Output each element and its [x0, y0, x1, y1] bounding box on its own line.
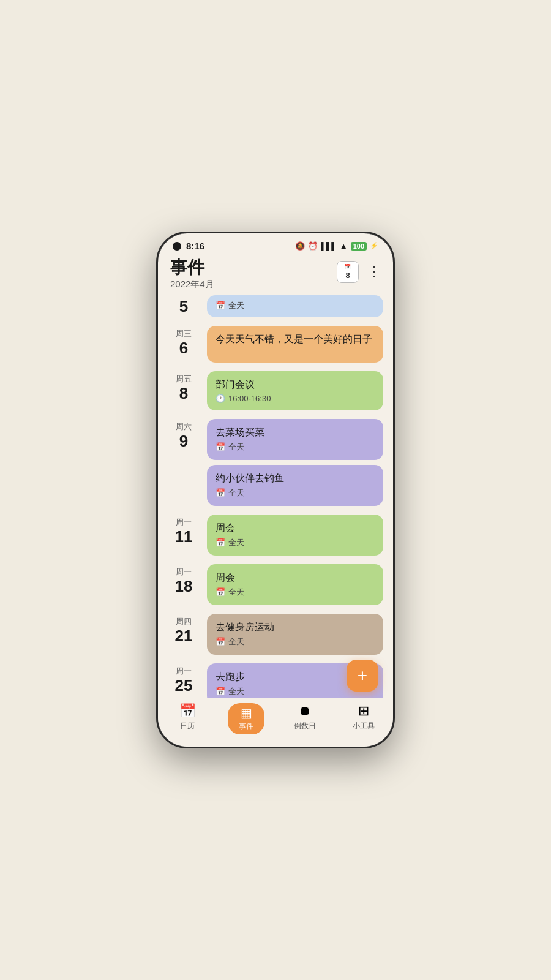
status-bar: 8:16 🔕 ⏰ ▌▌▌ ▲ 100 ⚡ — [158, 233, 393, 254]
status-time: 8:16 — [186, 241, 204, 251]
phone-frame: 8:16 🔕 ⏰ ▌▌▌ ▲ 100 ⚡ 事件 2022年4月 📅 — [156, 232, 395, 748]
day-label-11: 周一 11 — [168, 514, 200, 546]
events-col-11: 周会 📅 全天 — [207, 514, 383, 556]
events-nav-active: ▦ 事件 — [228, 703, 264, 734]
wifi-icon: ▲ — [340, 241, 348, 251]
signal-icon: ▌▌▌ — [321, 242, 337, 251]
header-subtitle: 2022年4月 — [170, 279, 214, 290]
event-meta: 📅 全天 — [216, 488, 375, 499]
day-label-21: 周四 21 — [168, 614, 200, 645]
tools-nav-icon: ⊞ — [358, 703, 369, 719]
nav-label-countdown: 倒数日 — [294, 721, 316, 731]
calendar-meta-icon: 📅 — [216, 687, 225, 696]
events-col-18: 周会 📅 全天 — [207, 564, 383, 605]
day-label-6: 周三 6 — [168, 326, 200, 357]
list-item[interactable]: 📅 全天 — [207, 295, 383, 317]
list-item[interactable]: 周会 📅 全天 — [207, 564, 383, 605]
calendar-meta-icon: 📅 — [216, 637, 225, 646]
event-meta: 📅 全天 — [216, 636, 375, 647]
event-meta: 📅 全天 — [216, 442, 375, 453]
calendar-meta-icon: 📅 — [216, 587, 225, 597]
calendar-nav-icon: 📅 — [179, 703, 196, 719]
calendar-meta-icon: 📅 — [216, 538, 225, 547]
calendar-icon: 📅 8 — [345, 264, 351, 280]
day-label-25: 周一 25 — [168, 663, 200, 695]
list-item[interactable]: 周会 📅 全天 — [207, 514, 383, 556]
day-label-5: 5 — [168, 295, 200, 315]
more-menu-button[interactable]: ⋮ — [367, 264, 381, 280]
events-col-9: 去菜场买菜 📅 全天 约小伙伴去钓鱼 📅 全天 — [207, 419, 383, 506]
day-label-8: 周五 8 — [168, 371, 200, 402]
events-col-21: 去健身房运动 📅 全天 — [207, 614, 383, 655]
list-item[interactable]: 去菜场买菜 📅 全天 — [207, 419, 383, 460]
nav-label-events: 事件 — [239, 722, 253, 732]
list-item[interactable]: 今天天气不错，又是一个美好的日子 — [207, 326, 383, 363]
nav-item-tools[interactable]: ⊞ 小工具 — [334, 703, 393, 731]
battery-label: 100 — [351, 242, 367, 251]
bottom-nav: 📅 日历 ▦ 事件 ⏺ 倒数日 ⊞ 小工具 — [158, 698, 393, 747]
app-header: 事件 2022年4月 📅 8 ⋮ — [158, 254, 393, 295]
list-item[interactable]: 部门会议 🕐 16:00-16:30 — [207, 371, 383, 410]
day-row-21: 周四 21 去健身房运动 📅 全天 — [168, 614, 383, 655]
nav-label-tools: 小工具 — [353, 721, 375, 731]
nav-item-countdown[interactable]: ⏺ 倒数日 — [276, 703, 334, 731]
event-meta: 🕐 16:00-16:30 — [216, 394, 375, 403]
camera-dot — [173, 242, 181, 251]
events-nav-icon: ▦ — [241, 706, 252, 720]
status-right: 🔕 ⏰ ▌▌▌ ▲ 100 ⚡ — [295, 241, 378, 251]
event-meta: 📅 全天 — [216, 587, 375, 598]
events-col-5: 📅 全天 — [207, 295, 383, 317]
calendar-meta-icon: 📅 — [216, 301, 225, 310]
day-row-11: 周一 11 周会 📅 全天 — [168, 514, 383, 556]
page-title: 事件 — [170, 258, 214, 277]
day-label-9: 周六 9 — [168, 419, 200, 450]
nav-label-calendar: 日历 — [180, 721, 195, 731]
nav-item-events[interactable]: ▦ 事件 — [217, 703, 276, 734]
events-col-8: 部门会议 🕐 16:00-16:30 — [207, 371, 383, 410]
list-item[interactable]: 去健身房运动 📅 全天 — [207, 614, 383, 655]
phone-inner: 8:16 🔕 ⏰ ▌▌▌ ▲ 100 ⚡ 事件 2022年4月 📅 — [158, 233, 393, 747]
add-event-button[interactable]: + — [347, 660, 378, 692]
events-col-6: 今天天气不错，又是一个美好的日子 — [207, 326, 383, 363]
list-item[interactable]: 约小伙伴去钓鱼 📅 全天 — [207, 465, 383, 506]
status-left: 8:16 — [173, 241, 204, 251]
clock-icon: 🕐 — [216, 394, 225, 403]
day-row-5: 5 📅 全天 — [168, 295, 383, 317]
day-row-18: 周一 18 周会 📅 全天 — [168, 564, 383, 605]
mute-icon: 🔕 — [295, 241, 305, 251]
event-meta: 📅 全天 — [216, 300, 375, 311]
calendar-meta-icon: 📅 — [216, 488, 225, 497]
calendar-meta-icon: 📅 — [216, 442, 225, 451]
countdown-nav-icon: ⏺ — [298, 703, 312, 719]
day-label-18: 周一 18 — [168, 564, 200, 595]
day-row-6: 周三 6 今天天气不错，又是一个美好的日子 — [168, 326, 383, 363]
day-row-8: 周五 8 部门会议 🕐 16:00-16:30 — [168, 371, 383, 410]
day-row-9: 周六 9 去菜场买菜 📅 全天 约小伙伴去钓鱼 📅 — [168, 419, 383, 506]
charge-icon: ⚡ — [370, 242, 378, 250]
header-text: 事件 2022年4月 — [170, 258, 214, 290]
event-meta: 📅 全天 — [216, 537, 375, 548]
alarm-icon: ⏰ — [308, 241, 318, 251]
header-icons: 📅 8 ⋮ — [337, 261, 381, 283]
calendar-icon-button[interactable]: 📅 8 — [337, 261, 359, 283]
nav-item-calendar[interactable]: 📅 日历 — [158, 703, 217, 731]
